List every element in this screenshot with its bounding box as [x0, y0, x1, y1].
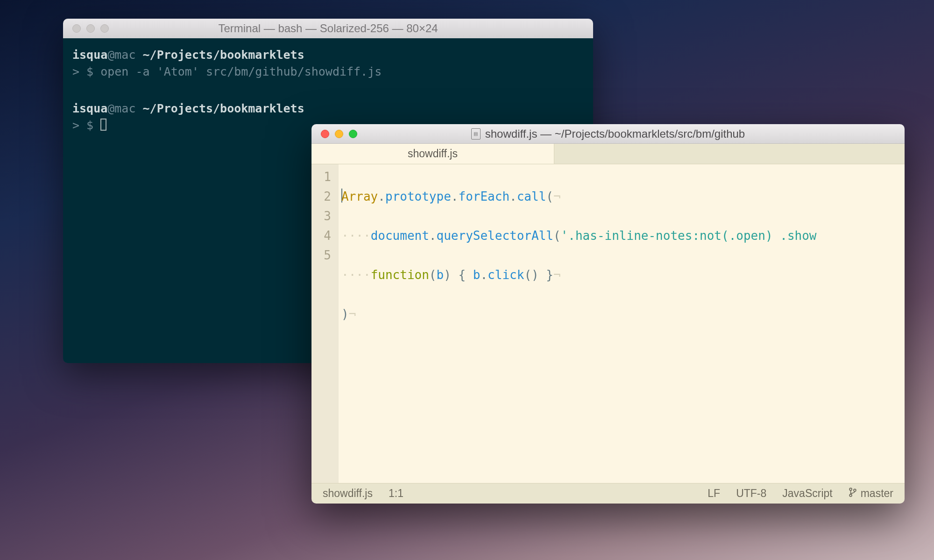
tab-showdiff[interactable]: showdiff.js	[311, 144, 554, 164]
status-filename[interactable]: showdiff.js	[323, 487, 373, 500]
svg-point-0	[849, 488, 852, 490]
editor-title-sep: —	[537, 127, 554, 140]
close-icon[interactable]	[72, 24, 81, 33]
status-cursor-position[interactable]: 1:1	[389, 487, 403, 500]
line-number[interactable]: 2	[321, 187, 331, 206]
line-number[interactable]: 3	[321, 206, 331, 226]
terminal-cursor-icon	[100, 119, 106, 131]
prompt-symbol: > $	[72, 119, 100, 132]
line-number[interactable]: 4	[321, 226, 331, 245]
prompt-command: open -a 'Atom' src/bm/github/showdiff.js	[100, 65, 382, 78]
code-line: ····function(b) { b.click() }¬	[341, 265, 817, 285]
prompt-symbol: > $	[72, 65, 100, 78]
prompt-host: @mac	[107, 102, 142, 115]
editor-title: ▤ showdiff.js — ~/Projects/bookmarklets/…	[311, 127, 905, 140]
code-area[interactable]: Array.prototype.forEach.call(¬ ····docum…	[339, 164, 817, 483]
editor-title-file: showdiff.js	[485, 127, 538, 140]
editor-body[interactable]: 1 2 3 4 5 Array.prototype.forEach.call(¬…	[311, 164, 905, 483]
prompt-host: @mac	[107, 48, 142, 62]
svg-point-2	[854, 489, 856, 491]
editor-tab-bar: showdiff.js	[311, 144, 905, 164]
editor-titlebar[interactable]: ▤ showdiff.js — ~/Projects/bookmarklets/…	[311, 124, 905, 144]
editor-traffic-lights	[311, 130, 357, 138]
line-number[interactable]: 1	[321, 167, 331, 187]
zoom-icon[interactable]	[100, 24, 109, 33]
status-encoding[interactable]: UTF-8	[736, 487, 766, 500]
status-git-branch[interactable]: master	[849, 487, 893, 500]
editor-title-path: ~/Projects/bookmarklets/src/bm/github	[555, 127, 745, 140]
zoom-icon[interactable]	[349, 130, 357, 138]
status-line-ending[interactable]: LF	[708, 487, 720, 500]
close-icon[interactable]	[321, 130, 329, 138]
terminal-line: isqua@mac ~/Projects/bookmarklets > $ op…	[72, 47, 584, 81]
terminal-titlebar[interactable]: Terminal — bash — Solarized-256 — 80×24	[63, 19, 593, 38]
editor-window: ▤ showdiff.js — ~/Projects/bookmarklets/…	[311, 124, 905, 504]
terminal-title: Terminal — bash — Solarized-256 — 80×24	[63, 22, 593, 35]
code-line: )¬	[341, 304, 817, 324]
minimize-icon[interactable]	[335, 130, 343, 138]
svg-point-1	[849, 494, 852, 497]
terminal-traffic-lights	[63, 24, 109, 33]
editor-status-bar: showdiff.js 1:1 LF UTF-8 JavaScript mast…	[311, 483, 905, 504]
git-branch-icon	[849, 487, 857, 500]
status-branch-name: master	[861, 487, 893, 500]
code-line: ····document.querySelectorAll('.has-inli…	[341, 226, 817, 245]
prompt-user: isqua	[72, 102, 107, 115]
line-number[interactable]: 5	[321, 245, 331, 265]
prompt-user: isqua	[72, 48, 107, 62]
file-icon: ▤	[471, 128, 481, 140]
prompt-path: ~/Projects/bookmarklets	[143, 102, 304, 115]
status-language[interactable]: JavaScript	[782, 487, 832, 500]
line-number-gutter: 1 2 3 4 5	[311, 164, 339, 483]
prompt-path: ~/Projects/bookmarklets	[143, 48, 304, 62]
minimize-icon[interactable]	[86, 24, 95, 33]
code-line: Array.prototype.forEach.call(¬	[341, 187, 817, 206]
